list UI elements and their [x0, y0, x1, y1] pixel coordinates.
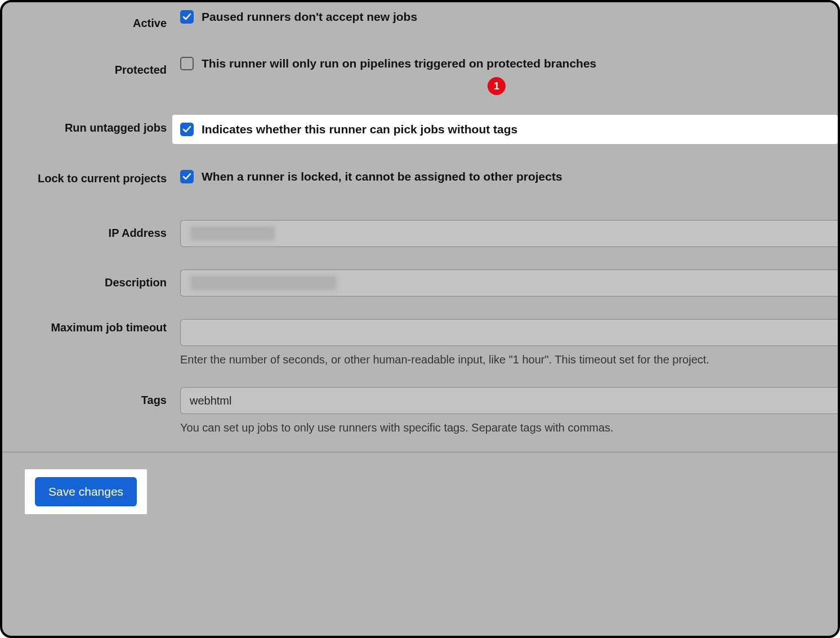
- run-untagged-highlight: Indicates whether this runner can pick j…: [172, 115, 838, 144]
- callout-badge-1: 1: [488, 77, 506, 95]
- redacted-block: [190, 276, 337, 290]
- run-untagged-description: Indicates whether this runner can pick j…: [202, 123, 517, 136]
- ip-address-label: IP Address: [2, 220, 180, 241]
- tags-label: Tags: [2, 387, 180, 408]
- save-highlight: Save changes: [25, 469, 147, 514]
- callout-number: 1: [494, 80, 499, 92]
- tags-input[interactable]: [180, 387, 838, 414]
- check-icon: [182, 172, 191, 181]
- run-untagged-label: Run untagged jobs: [2, 115, 180, 136]
- ip-address-input[interactable]: [180, 220, 838, 247]
- run-untagged-checkbox[interactable]: [180, 123, 194, 136]
- lock-description: When a runner is locked, it cannot be as…: [202, 170, 562, 183]
- protected-label: Protected: [2, 57, 180, 78]
- active-label: Active: [2, 10, 180, 31]
- check-icon: [182, 12, 191, 21]
- active-checkbox[interactable]: [180, 10, 194, 24]
- lock-label: Lock to current projects: [2, 170, 180, 186]
- max-timeout-input[interactable]: [180, 319, 838, 346]
- max-timeout-label: Maximum job timeout: [2, 319, 180, 335]
- protected-description: This runner will only run on pipelines t…: [202, 57, 596, 70]
- redacted-block: [190, 226, 275, 241]
- check-icon: [182, 125, 191, 134]
- max-timeout-helper: Enter the number of seconds, or other hu…: [180, 352, 838, 368]
- active-description: Paused runners don't accept new jobs: [202, 10, 417, 24]
- save-changes-button[interactable]: Save changes: [35, 477, 137, 506]
- tags-helper: You can set up jobs to only use runners …: [180, 420, 838, 436]
- protected-checkbox[interactable]: [180, 57, 194, 70]
- description-label: Description: [2, 269, 180, 290]
- lock-checkbox[interactable]: [180, 170, 194, 183]
